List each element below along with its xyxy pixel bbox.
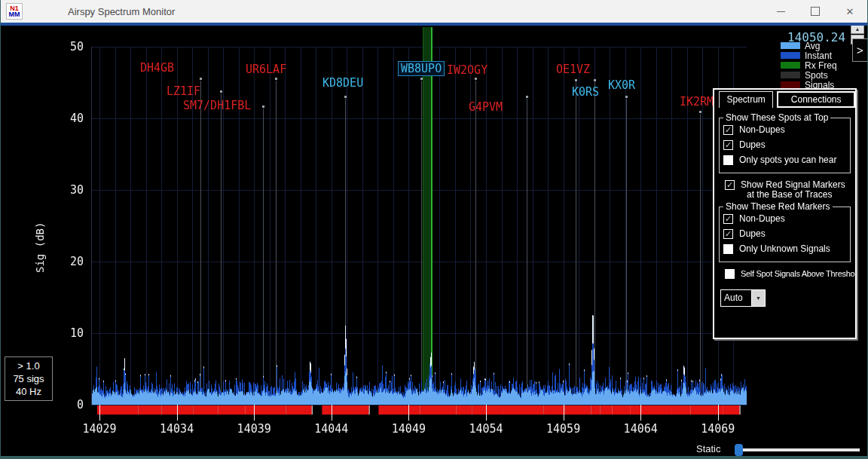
tab-spectrum[interactable]: Spectrum xyxy=(719,91,773,108)
checkbox-label: Only spots you can hear xyxy=(739,155,836,165)
titlebar-accent-strip xyxy=(1,23,867,26)
minimize-button[interactable] xyxy=(763,0,798,23)
spot-kx0r[interactable]: KX0R xyxy=(608,78,635,92)
checkbox-row-show-red-signal-markers: ✓Show Red Signal Markersat the Base of T… xyxy=(725,180,852,200)
checkbox-label: Dupes xyxy=(739,140,766,150)
checkbox-row-show-these-spots-at-top-non-dupes: ✓Non-Dupes xyxy=(723,125,848,135)
legend-label: Spots xyxy=(805,71,828,80)
spot-iw2ogy[interactable]: IW2OGY xyxy=(447,63,487,77)
window-controls: ✕ xyxy=(763,0,867,23)
spot-lz1if[interactable]: LZ1IF xyxy=(167,84,200,98)
trace-legend: AvgInstantRx FreqSpotsSignals xyxy=(781,41,837,90)
x-tick-14059: 14059 xyxy=(539,422,588,436)
checkbox-show-these-red-markers-non-dupes[interactable]: ✓ xyxy=(723,214,733,224)
y-tick-10: 10 xyxy=(44,326,84,340)
spot-dh4gb[interactable]: DH4GB xyxy=(140,61,174,75)
spot-sm7-dh1fbl[interactable]: SM7/DH1FBL xyxy=(183,99,251,112)
window-title: Airspy Spectrum Monitor xyxy=(68,6,175,17)
signal-count: 75 sigs xyxy=(6,372,51,385)
checkbox-show-red-signal-markers[interactable]: ✓ xyxy=(725,180,735,190)
title-bar: N1 MM Airspy Spectrum Monitor ✕ xyxy=(1,0,867,23)
static-slider-thumb[interactable] xyxy=(735,444,743,456)
checkbox-label: Self Spot Signals Above Threshold xyxy=(741,269,857,279)
spot-wb8upo[interactable]: WB8UPO xyxy=(398,61,445,76)
y-tick-20: 20 xyxy=(44,255,84,268)
spot-k0rs[interactable]: K0RS xyxy=(572,85,599,99)
checkbox-label: Dupes xyxy=(739,229,766,239)
chevron-right-icon: > xyxy=(857,44,863,57)
combobox-value: Auto xyxy=(721,290,751,306)
checkbox-show-these-spots-at-top-only-spots-you-can-hear[interactable] xyxy=(723,155,733,165)
checkbox-show-these-spots-at-top-dupes[interactable]: ✓ xyxy=(723,140,733,150)
maximize-button[interactable] xyxy=(798,0,833,23)
y-tick-50: 50 xyxy=(44,40,84,54)
x-tick-14029: 14029 xyxy=(75,422,124,436)
chevron-up-icon: ▲ xyxy=(855,26,860,32)
spot-oe1vz[interactable]: OE1VZ xyxy=(556,63,590,76)
threshold-value: > 1.0 xyxy=(6,360,51,372)
y-tick-40: 40 xyxy=(44,112,84,125)
checkbox-show-these-red-markers-dupes[interactable]: ✓ xyxy=(723,229,733,239)
group-title: Show These Red Markers xyxy=(723,201,833,212)
checkbox-label: Non-Dupes xyxy=(739,125,785,135)
legend-item-instant: Instant xyxy=(781,50,837,60)
spot-kd8deu[interactable]: KD8DEU xyxy=(322,76,363,90)
legend-label: Rx Freq xyxy=(805,61,837,70)
close-button[interactable]: ✕ xyxy=(833,0,867,23)
panel-body: Show These Spots at Top✓Non-Dupes✓DupesO… xyxy=(714,108,855,307)
checkbox-row-show-these-red-markers-only-unknown-signals: Only Unknown Signals xyxy=(723,244,848,254)
checkbox-row-self-spot-signals: Self Spot Signals Above Threshold xyxy=(725,269,852,279)
maximize-icon xyxy=(811,7,820,16)
checkbox-show-these-red-markers-only-unknown-signals[interactable] xyxy=(723,244,733,254)
close-icon: ✕ xyxy=(846,6,854,17)
x-tick-14064: 14064 xyxy=(616,422,665,436)
checkbox-self-spot-signals[interactable] xyxy=(725,269,735,279)
app-icon-text-bottom: MM xyxy=(9,11,20,17)
legend-item-spots: Spots xyxy=(781,70,837,80)
tab-connections[interactable]: Connections xyxy=(777,91,855,108)
legend-item-rx-freq: Rx Freq xyxy=(781,60,837,70)
resolution-value: 40 Hz xyxy=(6,385,51,398)
spot-ik2rm[interactable]: IK2RM xyxy=(680,95,714,109)
spot-g4pvm[interactable]: G4PVM xyxy=(469,100,503,114)
group-title: Show These Spots at Top xyxy=(723,112,830,123)
x-tick-14054: 14054 xyxy=(462,422,510,436)
legend-swatch-rx-freq xyxy=(781,62,800,69)
checkbox-row-show-these-spots-at-top-dupes: ✓Dupes xyxy=(723,140,848,150)
legend-swatch-instant xyxy=(781,52,800,59)
legend-swatch-spots xyxy=(781,72,800,78)
static-slider-label: Static xyxy=(696,443,721,454)
rx-frequency-readout: 14050.24 xyxy=(787,30,845,44)
y-tick-30: 30 xyxy=(44,183,84,197)
group-show-these-red-markers: Show These Red Markers✓Non-Dupes✓DupesOn… xyxy=(719,207,851,262)
checkbox-row-show-these-spots-at-top-only-spots-you-can-hear: Only spots you can hear xyxy=(723,155,848,165)
app-window: N1 MM Airspy Spectrum Monitor ✕ Sig (dB)… xyxy=(0,0,868,459)
checkbox-show-these-spots-at-top-non-dupes[interactable]: ✓ xyxy=(723,125,733,135)
combobox-dropdown-button[interactable]: ▼ xyxy=(751,290,765,306)
x-tick-14034: 14034 xyxy=(153,422,201,436)
x-tick-14039: 14039 xyxy=(230,422,278,436)
legend-label: Instant xyxy=(805,51,832,60)
legend-swatch-signals xyxy=(781,81,800,88)
app-icon: N1 MM xyxy=(6,3,23,20)
dropdown-arrow-icon: ▼ xyxy=(756,295,761,301)
checkbox-label: Non-Dupes xyxy=(739,214,785,224)
signal-threshold-info-box: > 1.0 75 sigs 40 Hz xyxy=(5,356,53,401)
settings-panel: Spectrum Connections Show These Spots at… xyxy=(713,88,857,339)
spot-ur6laf[interactable]: UR6LAF xyxy=(246,63,286,76)
averaging-combobox[interactable]: Auto▼ xyxy=(720,289,766,307)
checkbox-row-show-these-red-markers-non-dupes: ✓Non-Dupes xyxy=(723,214,848,224)
minimize-icon xyxy=(777,11,785,12)
x-tick-14069: 14069 xyxy=(694,422,742,436)
checkbox-row-show-these-red-markers-dupes: ✓Dupes xyxy=(723,229,848,239)
expand-panel-button[interactable]: > xyxy=(852,38,868,62)
static-slider-track[interactable] xyxy=(738,448,860,451)
group-show-these-spots-at-top: Show These Spots at Top✓Non-Dupes✓DupesO… xyxy=(719,118,851,173)
panel-tabs: Spectrum Connections xyxy=(714,90,855,108)
x-tick-14049: 14049 xyxy=(384,422,432,436)
checkbox-label: Show Red Signal Markersat the Base of Tr… xyxy=(741,180,845,200)
x-tick-14044: 14044 xyxy=(307,422,356,436)
checkbox-label: Only Unknown Signals xyxy=(739,244,830,254)
